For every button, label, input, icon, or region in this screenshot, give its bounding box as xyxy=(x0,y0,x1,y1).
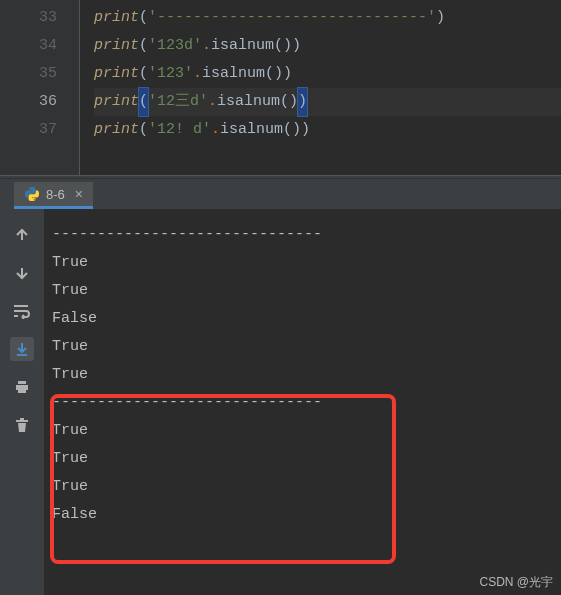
console-line: True xyxy=(52,445,553,473)
code-editor: 33 34 35 36 37 print('------------------… xyxy=(0,0,561,175)
console-output[interactable]: ------------------------------ True True… xyxy=(44,209,561,595)
trash-icon[interactable] xyxy=(10,413,34,437)
line-number: 33 xyxy=(0,4,57,32)
console-line: ------------------------------ xyxy=(52,389,553,417)
line-number: 34 xyxy=(0,32,57,60)
run-tab-label: 8-6 xyxy=(46,187,65,202)
console-line: True xyxy=(52,417,553,445)
console-line: True xyxy=(52,249,553,277)
python-icon xyxy=(24,186,40,202)
line-number: 37 xyxy=(0,116,57,144)
run-tab[interactable]: 8-6 × xyxy=(14,182,93,209)
code-area[interactable]: print('------------------------------') … xyxy=(80,0,561,175)
code-line[interactable]: print('12! d'.isalnum()) xyxy=(94,116,561,144)
code-line[interactable]: print('123'.isalnum()) xyxy=(94,60,561,88)
run-toolbar xyxy=(0,209,44,595)
console-line: True xyxy=(52,333,553,361)
print-icon[interactable] xyxy=(10,375,34,399)
close-icon[interactable]: × xyxy=(75,186,83,202)
line-number: 36 xyxy=(0,88,57,116)
code-line[interactable]: print('------------------------------') xyxy=(94,4,561,32)
console-line: False xyxy=(52,501,553,529)
console-line: ------------------------------ xyxy=(52,221,553,249)
soft-wrap-icon[interactable] xyxy=(10,299,34,323)
up-arrow-icon[interactable] xyxy=(10,223,34,247)
console-line: True xyxy=(52,473,553,501)
run-tab-bar: 8-6 × xyxy=(0,179,561,209)
console-line: False xyxy=(52,305,553,333)
console-line: True xyxy=(52,361,553,389)
down-arrow-icon[interactable] xyxy=(10,261,34,285)
scroll-to-end-icon[interactable] xyxy=(10,337,34,361)
run-panel: ------------------------------ True True… xyxy=(0,209,561,595)
console-line: True xyxy=(52,277,553,305)
line-number: 35 xyxy=(0,60,57,88)
code-line-active[interactable]: print('12三d'.isalnum()) xyxy=(94,88,561,116)
line-number-gutter: 33 34 35 36 37 xyxy=(0,0,80,175)
code-line[interactable]: print('123d'.isalnum()) xyxy=(94,32,561,60)
watermark: CSDN @光宇 xyxy=(479,574,553,591)
